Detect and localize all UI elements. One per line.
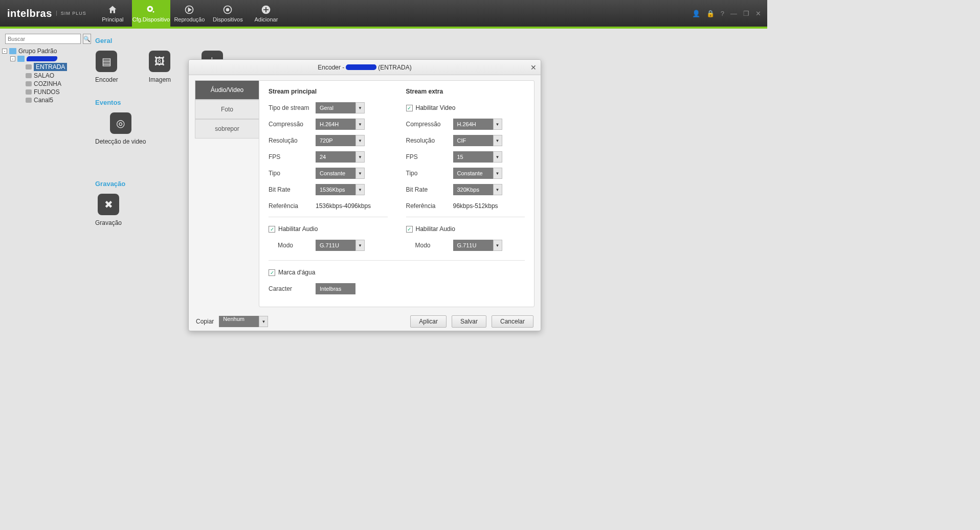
tree-channel-salao[interactable]: SALAO <box>2 72 85 80</box>
label: Tipo <box>269 170 316 177</box>
camera-icon <box>26 89 32 95</box>
nav-label: Reprodução <box>174 16 205 22</box>
select-value: 24 <box>316 151 355 163</box>
chevron-down-icon[interactable]: ▼ <box>355 119 365 130</box>
detection-icon: ◎ <box>110 112 131 134</box>
chevron-down-icon[interactable]: ▼ <box>493 184 502 195</box>
tree-channel-entrada[interactable]: ENTRADA <box>2 62 85 72</box>
modo-extra-select[interactable]: G.711U▼ <box>453 240 502 251</box>
chevron-down-icon[interactable]: ▼ <box>259 316 268 327</box>
document-icon: ▤ <box>96 51 117 72</box>
habilitar-audio-extra-checkbox[interactable]: ✓ <box>406 226 413 233</box>
aplicar-button[interactable]: Aplicar <box>410 315 447 328</box>
divider <box>406 217 525 217</box>
habilitar-audio-checkbox[interactable]: ✓ <box>269 226 275 233</box>
stream-principal: Stream principal Tipo de stream Geral▼ C… <box>269 88 388 256</box>
tree-channel-fundos[interactable]: FUNDOS <box>2 88 85 96</box>
bitrate-select[interactable]: 1536Kbps▼ <box>316 184 365 195</box>
tile-label: Imagem <box>149 76 171 83</box>
chevron-down-icon[interactable]: ▼ <box>355 151 365 163</box>
redacted-label <box>27 56 58 61</box>
select-value: Constante <box>453 168 493 179</box>
minimize-icon[interactable]: — <box>730 10 737 17</box>
home-icon <box>107 4 118 15</box>
nav-principal[interactable]: Principal <box>94 0 132 27</box>
salvar-button[interactable]: Salvar <box>452 315 486 328</box>
checkbox-label: Marca d'água <box>278 269 315 276</box>
chevron-down-icon[interactable]: ▼ <box>493 240 502 251</box>
stream-extra: Stream extra ✓ Habilitar Video Compressã… <box>406 88 525 256</box>
label: Tipo <box>406 170 453 177</box>
tile-encoder[interactable]: ▤ Encoder <box>95 51 118 83</box>
chevron-down-icon[interactable]: ▼ <box>493 168 502 179</box>
marca-dagua-checkbox[interactable]: ✓ <box>269 269 275 276</box>
fps-extra-select[interactable]: 15▼ <box>453 151 502 163</box>
fps-select[interactable]: 24▼ <box>316 151 365 163</box>
user-icon[interactable]: 👤 <box>692 10 700 17</box>
tree-channel-cozinha[interactable]: COZINHA <box>2 80 85 88</box>
brand-sub: SIM PLUS <box>56 11 86 16</box>
nav-cfg-dispositivo[interactable]: Cfg.Dispositivo <box>132 0 170 27</box>
label: Tipo de stream <box>269 104 316 111</box>
tipo-stream-select[interactable]: Geral▼ <box>316 102 365 113</box>
tree-label: ENTRADA <box>34 63 67 71</box>
divider <box>269 217 388 217</box>
compressao-extra-select[interactable]: H.264H▼ <box>453 119 502 130</box>
tipo-extra-select[interactable]: Constante▼ <box>453 168 502 179</box>
habilitar-video-checkbox[interactable]: ✓ <box>406 105 413 111</box>
collapse-icon[interactable]: - <box>2 49 7 54</box>
nav-adicionar[interactable]: Adicionar <box>247 0 285 27</box>
maximize-icon[interactable]: ❐ <box>743 10 749 17</box>
label: Compressão <box>406 121 453 128</box>
encoder-dialog: Encoder - (ENTRADA) ✕ Áudio/Video Foto s… <box>188 59 541 331</box>
nav-dispositivos[interactable]: Dispositivos <box>209 0 247 27</box>
chevron-down-icon[interactable]: ▼ <box>355 240 365 251</box>
compressao-select[interactable]: H.264H▼ <box>316 119 365 130</box>
tree-label: Canal5 <box>34 97 53 104</box>
chevron-down-icon[interactable]: ▼ <box>355 102 365 113</box>
tree-label: Grupo Padrão <box>18 48 57 55</box>
help-icon[interactable]: ? <box>721 10 724 17</box>
col-heading: Stream extra <box>406 88 525 95</box>
copiar-select[interactable]: Nenhum▼ <box>219 316 268 327</box>
dialog-title: Encoder - (ENTRADA) ✕ <box>189 60 541 75</box>
chevron-down-icon[interactable]: ▼ <box>355 135 365 146</box>
lock-icon[interactable]: 🔒 <box>706 10 715 17</box>
tile-deteccao[interactable]: ◎ Detecção de video <box>95 112 146 145</box>
tree-group[interactable]: - Grupo Padrão <box>2 47 85 55</box>
brand: intelbras SIM PLUS <box>0 0 94 27</box>
play-icon <box>184 4 195 15</box>
tab-audio-video[interactable]: Áudio/Video <box>195 80 259 100</box>
chevron-down-icon[interactable]: ▼ <box>493 119 502 130</box>
select-value: 320Kbps <box>453 184 493 195</box>
nav-reproducao[interactable]: Reprodução <box>170 0 209 27</box>
chevron-down-icon[interactable]: ▼ <box>355 184 365 195</box>
cancelar-button[interactable]: Cancelar <box>492 315 533 328</box>
bitrate-extra-select[interactable]: 320Kbps▼ <box>453 184 502 195</box>
select-value: CIF <box>453 135 493 146</box>
window-controls: 👤 🔒 ? — ❐ ✕ <box>692 0 767 27</box>
content-area: Geral ▤ Encoder 🖼 Imagem ⭳ Eventos ◎ Det… <box>87 29 767 415</box>
modo-select[interactable]: G.711U▼ <box>316 240 365 251</box>
label: Referência <box>269 202 316 210</box>
chevron-down-icon[interactable]: ▼ <box>355 168 365 179</box>
chevron-down-icon[interactable]: ▼ <box>493 151 502 163</box>
tile-gravacao[interactable]: ✖ Gravação <box>95 194 122 226</box>
collapse-icon[interactable]: - <box>10 56 15 61</box>
tile-imagem[interactable]: 🖼 Imagem <box>149 51 171 83</box>
col-heading: Stream principal <box>269 88 388 95</box>
tab-foto[interactable]: Foto <box>195 100 259 119</box>
close-icon[interactable]: ✕ <box>755 10 761 17</box>
tipo-select[interactable]: Constante▼ <box>316 168 365 179</box>
nav-label: Dispositivos <box>213 16 243 22</box>
tree-channel-canal5[interactable]: Canal5 <box>2 96 85 104</box>
resolucao-select[interactable]: 720P▼ <box>316 135 365 146</box>
tab-sobrepor[interactable]: sobrepor <box>195 119 259 139</box>
resolucao-extra-select[interactable]: CIF▼ <box>453 135 502 146</box>
chevron-down-icon[interactable]: ▼ <box>493 135 502 146</box>
dialog-close-icon[interactable]: ✕ <box>530 63 537 72</box>
caracter-input[interactable] <box>316 283 355 294</box>
tile-label: Encoder <box>95 76 118 83</box>
tree-device[interactable]: - <box>2 55 85 62</box>
search-input[interactable] <box>5 34 81 44</box>
